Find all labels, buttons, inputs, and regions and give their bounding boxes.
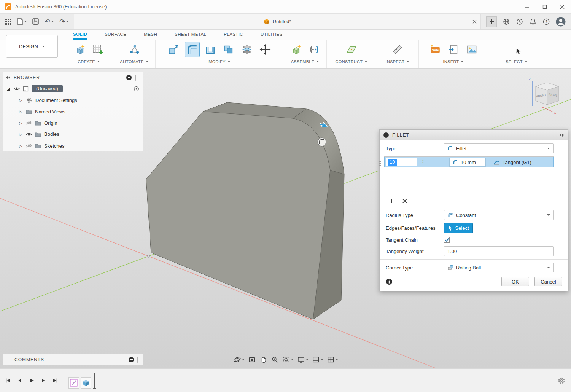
root-document-name[interactable]: (Unsaved) bbox=[32, 85, 63, 92]
timeline-skip-start-button[interactable] bbox=[5, 377, 11, 384]
tab-mesh[interactable]: MESH bbox=[144, 30, 157, 40]
comments-resize-handle[interactable] bbox=[137, 357, 138, 363]
tab-utilities[interactable]: UTILITIES bbox=[261, 30, 282, 40]
select-edges-button[interactable]: Select bbox=[444, 223, 473, 233]
maximize-button[interactable] bbox=[536, 0, 554, 13]
combine-icon[interactable] bbox=[221, 42, 236, 57]
construct-plane-icon[interactable] bbox=[344, 42, 359, 57]
group-label-create[interactable]: CREATE bbox=[78, 59, 100, 64]
continuity-dropdown[interactable]: Tangent (G1) bbox=[493, 159, 531, 165]
expander-icon[interactable]: ▷ bbox=[18, 110, 23, 114]
group-label-automate[interactable]: AUTOMATE bbox=[120, 59, 148, 64]
add-selection-icon[interactable] bbox=[389, 198, 394, 204]
timeline-step-forward-button[interactable] bbox=[40, 377, 47, 384]
body-front-face[interactable] bbox=[146, 112, 330, 319]
automate-icon[interactable] bbox=[127, 42, 142, 57]
dialog-expand-icon[interactable] bbox=[560, 134, 564, 137]
tangency-weight-input[interactable] bbox=[444, 246, 554, 256]
viewports-button[interactable] bbox=[326, 355, 339, 365]
group-label-select[interactable]: SELECT bbox=[506, 59, 527, 64]
radius-type-dropdown[interactable]: Constant bbox=[444, 210, 554, 220]
corner-type-dropdown[interactable]: Rolling Ball bbox=[444, 263, 554, 272]
create-sketch-icon[interactable] bbox=[90, 42, 105, 57]
shell-icon[interactable] bbox=[203, 42, 218, 57]
expander-icon[interactable]: ▷ bbox=[18, 98, 23, 102]
browser-item-origin[interactable]: ▷ Origin bbox=[3, 117, 143, 129]
timeline-settings-gear-icon[interactable] bbox=[557, 376, 566, 385]
help-icon[interactable]: ? bbox=[542, 18, 550, 25]
visibility-off-eye-icon[interactable] bbox=[26, 121, 32, 125]
offset-face-icon[interactable] bbox=[239, 42, 254, 57]
remove-selection-icon[interactable] bbox=[402, 199, 407, 203]
ok-button[interactable]: OK bbox=[501, 277, 529, 286]
radius-value-input[interactable]: 10 bbox=[386, 158, 417, 166]
move-copy-icon[interactable] bbox=[258, 42, 273, 57]
collapse-panel-icon[interactable] bbox=[6, 76, 10, 79]
insert-derive-icon[interactable] bbox=[446, 42, 461, 57]
press-pull-icon[interactable] bbox=[166, 42, 181, 57]
undo-button[interactable]: ↶ bbox=[45, 18, 54, 25]
comments-minimize-icon[interactable] bbox=[129, 357, 134, 362]
browser-item-bodies[interactable]: ▷ Bodies bbox=[3, 129, 143, 140]
close-button[interactable] bbox=[554, 0, 571, 13]
type-dropdown[interactable]: Fillet bbox=[444, 143, 554, 153]
file-menu-button[interactable] bbox=[17, 18, 27, 25]
notifications-bell-icon[interactable] bbox=[529, 18, 537, 25]
joint-icon[interactable] bbox=[307, 42, 322, 57]
fillet-dialog-header[interactable]: FILLET bbox=[380, 130, 568, 140]
orbit-button[interactable] bbox=[232, 355, 245, 365]
tab-sheet-metal[interactable]: SHEET METAL bbox=[175, 30, 206, 40]
grid-snap-button[interactable] bbox=[311, 355, 324, 365]
browser-minimize-icon[interactable] bbox=[126, 75, 132, 80]
group-label-inspect[interactable]: INSPECT bbox=[386, 59, 409, 64]
comments-bar[interactable]: COMMENTS bbox=[3, 354, 143, 365]
extrude-feature-icon[interactable] bbox=[81, 377, 91, 389]
browser-item-sketches[interactable]: ▷ Sketches bbox=[3, 140, 143, 151]
tangent-chain-check[interactable] bbox=[444, 237, 450, 243]
expander-icon[interactable]: ▷ bbox=[18, 121, 23, 125]
measure-icon[interactable] bbox=[390, 42, 405, 57]
timeline-skip-end-button[interactable] bbox=[52, 377, 59, 384]
save-button[interactable] bbox=[32, 18, 39, 25]
canvas-icon[interactable] bbox=[464, 42, 479, 57]
root-expander-icon[interactable]: ◢ bbox=[6, 86, 11, 91]
cancel-button[interactable]: Cancel bbox=[534, 277, 562, 286]
tab-surface[interactable]: SURFACE bbox=[105, 30, 126, 40]
zoom-button[interactable] bbox=[270, 355, 280, 365]
group-label-assemble[interactable]: ASSEMBLE bbox=[291, 59, 319, 64]
workspace-switcher[interactable]: DESIGN bbox=[6, 35, 58, 58]
row-options-kebab-icon[interactable]: ⋮ bbox=[420, 159, 425, 165]
job-status-icon[interactable] bbox=[516, 18, 523, 25]
look-at-button[interactable] bbox=[247, 355, 257, 365]
display-settings-button[interactable] bbox=[296, 355, 309, 365]
tab-close-icon[interactable] bbox=[472, 19, 477, 24]
browser-item-document-settings[interactable]: ▷ Document Settings bbox=[3, 94, 143, 106]
tab-plastic[interactable]: PLASTIC bbox=[224, 30, 243, 40]
timeline-step-back-button[interactable] bbox=[16, 377, 23, 384]
document-tab[interactable]: Untitled* bbox=[74, 14, 481, 29]
dialog-drag-grip[interactable] bbox=[379, 161, 381, 172]
fit-view-button[interactable] bbox=[281, 355, 294, 365]
group-label-insert[interactable]: INSERT bbox=[443, 59, 464, 64]
origin-point[interactable] bbox=[147, 255, 150, 257]
visibility-eye-icon[interactable] bbox=[26, 132, 32, 137]
radius-chip[interactable]: 10 mm bbox=[449, 158, 486, 167]
web-icon[interactable] bbox=[503, 18, 510, 25]
view-cube[interactable]: Z X FRONT RIGHT bbox=[529, 77, 559, 115]
dialog-minimize-icon[interactable] bbox=[383, 132, 389, 138]
browser-root-row[interactable]: ◢ (Unsaved) bbox=[3, 83, 143, 94]
root-visibility-eye-icon[interactable] bbox=[14, 86, 20, 91]
profile-avatar[interactable] bbox=[556, 17, 566, 27]
info-icon[interactable] bbox=[386, 278, 393, 285]
redo-button[interactable]: ↷ bbox=[59, 18, 68, 25]
browser-resize-handle[interactable] bbox=[135, 75, 136, 81]
timeline-position-marker[interactable] bbox=[94, 373, 95, 389]
new-tab-button[interactable] bbox=[486, 16, 497, 27]
tab-solid[interactable]: SOLID bbox=[73, 30, 87, 40]
activate-component-icon[interactable] bbox=[134, 86, 139, 92]
visibility-off-eye-icon[interactable] bbox=[26, 143, 32, 148]
expander-icon[interactable]: ▷ bbox=[18, 132, 23, 137]
insert-svg-icon[interactable]: SVG bbox=[428, 42, 443, 57]
timeline-play-button[interactable] bbox=[28, 377, 35, 384]
solid-body[interactable] bbox=[146, 102, 344, 319]
